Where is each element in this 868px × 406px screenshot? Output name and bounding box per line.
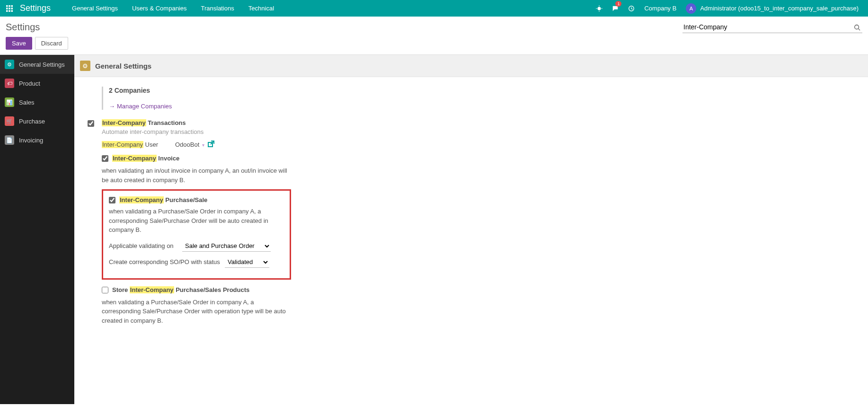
checkbox-intercompany-invoice[interactable] (102, 155, 108, 162)
sidebar-item-invoicing[interactable]: 📄 Invoicing (0, 131, 74, 150)
svg-rect-6 (6, 10, 8, 12)
main-content: ⚙ General Settings 2 Companies →Manage C… (74, 55, 868, 404)
gear-icon: ⚙ (80, 61, 90, 71)
highlight-text: Inter-Company (102, 119, 146, 126)
cart-icon: 🛒 (5, 116, 14, 126)
sidebar-item-purchase[interactable]: 🛒 Purchase (0, 112, 74, 131)
svg-line-16 (631, 9, 633, 9)
svg-rect-8 (11, 10, 13, 12)
setting-label: Inter-Company Transactions (102, 119, 291, 126)
svg-rect-2 (11, 5, 13, 7)
manage-companies-label: Manage Companies (117, 103, 172, 110)
activities-icon[interactable] (623, 0, 639, 17)
checkbox-intercompany-purchase-sale[interactable] (109, 197, 115, 203)
menu-users-companies[interactable]: Users & Companies (125, 0, 194, 17)
user-name: Administrator (odoo15_to_inter_company_s… (700, 5, 859, 12)
field-label: Applicable validating on (109, 242, 182, 249)
field-label: Create corresponding SO/PO with status (109, 258, 225, 265)
top-nav: Settings General Settings Users & Compan… (0, 0, 868, 17)
company-switcher[interactable]: Company B (639, 0, 681, 17)
svg-line-18 (859, 28, 860, 30)
svg-rect-4 (9, 8, 10, 9)
menu-general-settings[interactable]: General Settings (65, 0, 125, 17)
company-name: Company B (644, 5, 676, 12)
sidebar-item-sales[interactable]: 📊 Sales (0, 93, 74, 112)
checkbox-store-intercompany-products[interactable] (102, 287, 108, 293)
app-title: Settings (20, 3, 51, 13)
chevron-down-icon: ▾ (202, 142, 204, 148)
svg-rect-7 (9, 10, 10, 12)
svg-rect-3 (6, 8, 8, 9)
applicable-validating-field: Applicable validating on Sale and Purcha… (109, 240, 284, 252)
control-panel: Settings Save Discard (0, 17, 868, 55)
breadcrumb: Settings (6, 22, 40, 33)
section-header: ⚙ General Settings (74, 55, 868, 77)
messages-badge: 1 (615, 1, 621, 7)
companies-block: 2 Companies →Manage Companies (102, 87, 629, 110)
user-menu[interactable]: A Administrator (odoo15_to_inter_company… (681, 0, 863, 17)
section-title: General Settings (95, 62, 151, 70)
sidebar-item-general[interactable]: ⚙ General Settings (0, 55, 74, 74)
field-label: Inter-Company User (102, 141, 175, 148)
search-wrap (682, 21, 862, 33)
setting-label: Inter-Company Purchase/Sale (119, 196, 284, 203)
menu-translations[interactable]: Translations (194, 0, 241, 17)
checkbox-intercompany-transactions[interactable] (88, 120, 94, 127)
gear-icon: ⚙ (5, 60, 14, 69)
sidebar-item-label: Sales (19, 99, 35, 106)
sidebar-item-label: General Settings (19, 61, 65, 68)
highlight-text: Inter-Company (130, 286, 174, 293)
highlight-text: Inter-Company (119, 196, 164, 203)
highlight-text: Inter-Company (102, 141, 143, 148)
messages-icon[interactable]: 1 (607, 0, 623, 17)
setting-intercompany-invoice: Inter-Company Invoice when validating an… (102, 155, 291, 185)
external-link-icon[interactable] (207, 140, 215, 149)
svg-rect-0 (6, 5, 8, 7)
setting-intercompany-purchase-sale: Inter-Company Purchase/Sale when validat… (102, 189, 291, 280)
sidebar-item-label: Purchase (19, 118, 45, 125)
apps-icon[interactable] (5, 4, 14, 13)
tag-icon: 🏷 (5, 79, 14, 88)
search-icon[interactable] (854, 23, 860, 31)
sidebar-item-product[interactable]: 🏷 Product (0, 74, 74, 93)
chart-icon: 📊 (5, 97, 14, 107)
setting-help: when validating a Purchase/Sale Order in… (102, 298, 291, 326)
companies-count: 2 Companies (109, 87, 629, 94)
intercompany-user-input[interactable]: OdooBot ▾ (175, 141, 204, 148)
highlight-text: Inter-Company (112, 155, 157, 162)
manage-companies-link[interactable]: →Manage Companies (109, 103, 629, 110)
svg-point-17 (855, 25, 859, 29)
settings-sidebar: ⚙ General Settings 🏷 Product 📊 Sales 🛒 P… (0, 55, 74, 404)
svg-rect-5 (11, 8, 13, 9)
search-input[interactable] (682, 21, 862, 33)
sidebar-item-label: Product (19, 80, 40, 87)
menu-technical[interactable]: Technical (241, 0, 281, 17)
create-status-field: Create corresponding SO/PO with status V… (109, 256, 284, 268)
document-icon: 📄 (5, 135, 14, 145)
sidebar-item-label: Invoicing (19, 137, 43, 144)
setting-help: when validating an in/out invoice in com… (102, 166, 291, 185)
applicable-validating-select[interactable]: Sale and Purchase Order (182, 240, 271, 252)
user-avatar: A (686, 3, 696, 14)
discard-button[interactable]: Discard (35, 37, 68, 50)
debug-icon[interactable] (591, 0, 607, 17)
svg-point-9 (598, 7, 601, 10)
setting-label: Inter-Company Invoice (112, 155, 291, 162)
svg-rect-1 (9, 5, 10, 7)
create-status-select[interactable]: Validated (225, 256, 269, 268)
save-button[interactable]: Save (6, 37, 32, 50)
setting-description: Automate inter-company transactions (102, 128, 291, 135)
setting-intercompany-transactions: Inter-Company Transactions Automate inte… (88, 119, 629, 330)
setting-help: when validating a Purchase/Sale Order in… (109, 207, 284, 235)
setting-store-intercompany-products: Store Inter-Company Purchase/Sales Produ… (102, 286, 291, 326)
settings-content: 2 Companies →Manage Companies Inter-Comp… (74, 77, 642, 350)
layout: ⚙ General Settings 🏷 Product 📊 Sales 🛒 P… (0, 55, 868, 404)
setting-label: Store Inter-Company Purchase/Sales Produ… (112, 286, 291, 293)
arrow-right-icon: → (109, 103, 115, 110)
intercompany-user-field: Inter-Company User OdooBot ▾ (102, 140, 291, 149)
